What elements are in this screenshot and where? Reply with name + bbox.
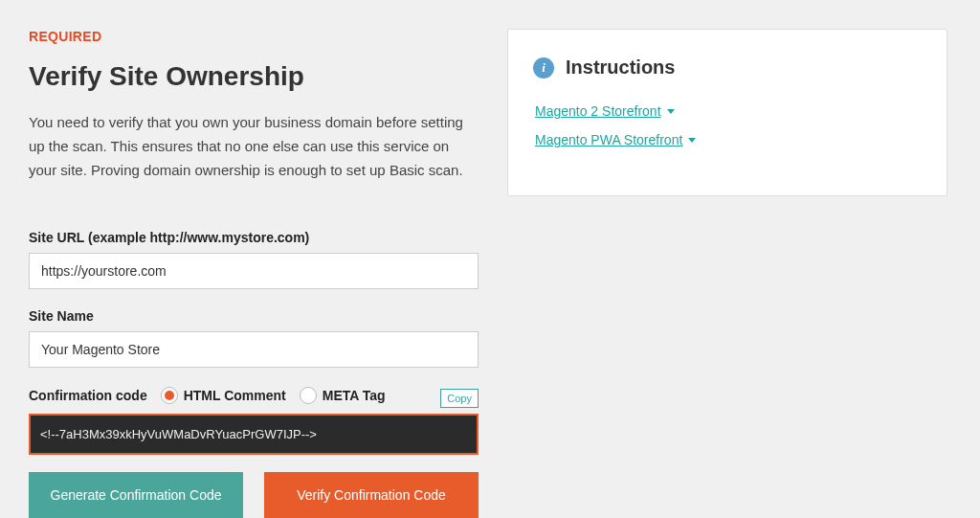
confirmation-code-label: Confirmation code (29, 388, 147, 403)
radio-meta-tag-label: META Tag (323, 388, 386, 403)
chevron-down-icon (667, 109, 675, 114)
confirmation-code-value: <!--7aH3Mx39xkHyVuWMaDvRYuacPrGW7IJP--> (29, 414, 479, 455)
radio-meta-tag[interactable] (300, 387, 317, 404)
site-name-input[interactable] (29, 331, 479, 368)
instructions-title: Instructions (566, 56, 675, 79)
site-name-label: Site Name (29, 308, 479, 324)
generate-code-button[interactable]: Generate Confirmation Code (29, 472, 243, 518)
page-description: You need to verify that you own your bus… (29, 111, 479, 182)
copy-button[interactable]: Copy (440, 389, 479, 408)
radio-html-comment-label: HTML Comment (184, 388, 286, 403)
verify-code-button[interactable]: Verify Confirmation Code (264, 472, 479, 518)
info-icon: i (533, 57, 554, 79)
required-label: REQUIRED (29, 29, 479, 44)
site-url-input[interactable] (29, 253, 479, 289)
radio-html-comment[interactable] (161, 387, 178, 404)
link-magento-pwa-storefront[interactable]: Magento PWA Storefront (535, 132, 682, 147)
chevron-down-icon (688, 138, 696, 143)
page-title: Verify Site Ownership (29, 61, 479, 92)
instructions-panel: i Instructions Magento 2 Storefront Mage… (507, 29, 947, 196)
link-magento-2-storefront[interactable]: Magento 2 Storefront (535, 103, 661, 119)
site-url-label: Site URL (example http://www.mystore.com… (29, 230, 479, 245)
